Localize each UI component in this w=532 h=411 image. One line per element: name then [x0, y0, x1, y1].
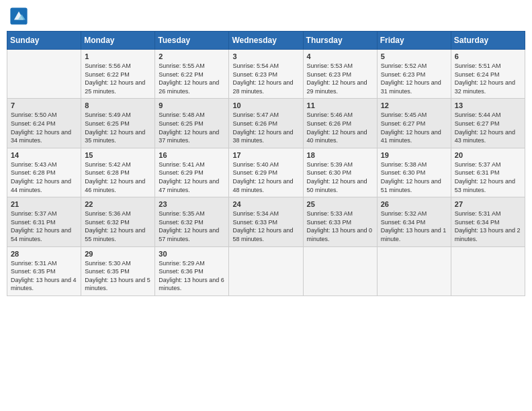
day-number: 28: [11, 250, 77, 258]
weekday-header-tuesday: Tuesday: [155, 32, 229, 50]
day-number: 4: [307, 52, 373, 60]
day-number: 19: [381, 151, 447, 159]
day-info: Sunrise: 5:55 AM Sunset: 6:22 PM Dayligh…: [159, 62, 225, 95]
day-number: 20: [455, 151, 521, 159]
weekday-header-friday: Friday: [377, 32, 451, 50]
weekday-header-sunday: Sunday: [7, 32, 81, 50]
calendar-cell: 17Sunrise: 5:40 AM Sunset: 6:29 PM Dayli…: [229, 148, 303, 197]
calendar-cell: 19Sunrise: 5:38 AM Sunset: 6:30 PM Dayli…: [377, 148, 451, 197]
calendar-week-row: 1Sunrise: 5:56 AM Sunset: 6:22 PM Daylig…: [7, 50, 525, 99]
calendar-cell: 18Sunrise: 5:39 AM Sunset: 6:30 PM Dayli…: [303, 148, 377, 197]
day-number: 13: [455, 101, 521, 109]
day-info: Sunrise: 5:31 AM Sunset: 6:35 PM Dayligh…: [11, 259, 77, 293]
day-number: 24: [232, 200, 299, 208]
calendar-week-row: 14Sunrise: 5:43 AM Sunset: 6:28 PM Dayli…: [7, 148, 525, 197]
day-number: 1: [85, 52, 151, 60]
day-info: Sunrise: 5:40 AM Sunset: 6:29 PM Dayligh…: [232, 161, 299, 194]
day-info: Sunrise: 5:48 AM Sunset: 6:25 PM Dayligh…: [159, 111, 225, 144]
day-info: Sunrise: 5:37 AM Sunset: 6:31 PM Dayligh…: [11, 210, 77, 243]
day-info: Sunrise: 5:35 AM Sunset: 6:32 PM Dayligh…: [159, 210, 225, 243]
day-number: 25: [307, 200, 373, 208]
calendar-cell: 1Sunrise: 5:56 AM Sunset: 6:22 PM Daylig…: [81, 50, 155, 99]
calendar-cell: [7, 50, 81, 99]
day-info: Sunrise: 5:32 AM Sunset: 6:34 PM Dayligh…: [381, 210, 447, 243]
calendar-cell: 6Sunrise: 5:51 AM Sunset: 6:24 PM Daylig…: [451, 50, 525, 99]
weekday-header-monday: Monday: [81, 32, 155, 50]
day-number: 2: [159, 52, 225, 60]
calendar-week-row: 7Sunrise: 5:50 AM Sunset: 6:24 PM Daylig…: [7, 99, 525, 148]
calendar-cell: 20Sunrise: 5:37 AM Sunset: 6:31 PM Dayli…: [451, 148, 525, 197]
day-info: Sunrise: 5:51 AM Sunset: 6:24 PM Dayligh…: [455, 62, 521, 95]
day-number: 3: [232, 52, 299, 60]
page-header: [7, 7, 525, 26]
calendar-cell: 21Sunrise: 5:37 AM Sunset: 6:31 PM Dayli…: [7, 197, 81, 246]
day-number: 17: [232, 151, 299, 159]
calendar-cell: 15Sunrise: 5:42 AM Sunset: 6:28 PM Dayli…: [81, 148, 155, 197]
weekday-header-saturday: Saturday: [451, 32, 525, 50]
day-info: Sunrise: 5:47 AM Sunset: 6:26 PM Dayligh…: [232, 111, 299, 144]
calendar-table: SundayMondayTuesdayWednesdayThursdayFrid…: [7, 31, 525, 296]
calendar-cell: 9Sunrise: 5:48 AM Sunset: 6:25 PM Daylig…: [155, 99, 229, 148]
day-number: 12: [381, 101, 447, 109]
day-info: Sunrise: 5:36 AM Sunset: 6:32 PM Dayligh…: [85, 210, 151, 243]
day-info: Sunrise: 5:33 AM Sunset: 6:33 PM Dayligh…: [307, 210, 373, 243]
calendar-cell: 4Sunrise: 5:53 AM Sunset: 6:23 PM Daylig…: [303, 50, 377, 99]
calendar-cell: [377, 246, 451, 295]
day-number: 23: [159, 200, 225, 208]
calendar-cell: 2Sunrise: 5:55 AM Sunset: 6:22 PM Daylig…: [155, 50, 229, 99]
calendar-cell: 25Sunrise: 5:33 AM Sunset: 6:33 PM Dayli…: [303, 197, 377, 246]
calendar-cell: 14Sunrise: 5:43 AM Sunset: 6:28 PM Dayli…: [7, 148, 81, 197]
day-info: Sunrise: 5:56 AM Sunset: 6:22 PM Dayligh…: [85, 62, 151, 95]
day-number: 26: [381, 200, 447, 208]
calendar-cell: 11Sunrise: 5:46 AM Sunset: 6:26 PM Dayli…: [303, 99, 377, 148]
day-info: Sunrise: 5:41 AM Sunset: 6:29 PM Dayligh…: [159, 161, 225, 194]
calendar-cell: 26Sunrise: 5:32 AM Sunset: 6:34 PM Dayli…: [377, 197, 451, 246]
day-number: 16: [159, 151, 225, 159]
calendar-cell: 24Sunrise: 5:34 AM Sunset: 6:33 PM Dayli…: [229, 197, 303, 246]
day-number: 11: [307, 101, 373, 109]
logo: [9, 7, 30, 26]
day-info: Sunrise: 5:44 AM Sunset: 6:27 PM Dayligh…: [455, 111, 521, 144]
calendar-cell: 3Sunrise: 5:54 AM Sunset: 6:23 PM Daylig…: [229, 50, 303, 99]
day-number: 22: [85, 200, 151, 208]
day-info: Sunrise: 5:31 AM Sunset: 6:34 PM Dayligh…: [455, 210, 521, 243]
day-number: 21: [11, 200, 77, 208]
day-number: 10: [232, 101, 299, 109]
day-info: Sunrise: 5:38 AM Sunset: 6:30 PM Dayligh…: [381, 161, 447, 194]
calendar-cell: 10Sunrise: 5:47 AM Sunset: 6:26 PM Dayli…: [229, 99, 303, 148]
day-number: 29: [85, 250, 151, 258]
day-info: Sunrise: 5:53 AM Sunset: 6:23 PM Dayligh…: [307, 62, 373, 95]
calendar-cell: 23Sunrise: 5:35 AM Sunset: 6:32 PM Dayli…: [155, 197, 229, 246]
calendar-cell: 28Sunrise: 5:31 AM Sunset: 6:35 PM Dayli…: [7, 246, 81, 295]
calendar-cell: 29Sunrise: 5:30 AM Sunset: 6:35 PM Dayli…: [81, 246, 155, 295]
calendar-cell: 30Sunrise: 5:29 AM Sunset: 6:36 PM Dayli…: [155, 246, 229, 295]
day-info: Sunrise: 5:49 AM Sunset: 6:25 PM Dayligh…: [85, 111, 151, 144]
day-number: 9: [159, 101, 225, 109]
weekday-header-row: SundayMondayTuesdayWednesdayThursdayFrid…: [7, 32, 525, 50]
weekday-header-wednesday: Wednesday: [229, 32, 303, 50]
calendar-cell: 12Sunrise: 5:45 AM Sunset: 6:27 PM Dayli…: [377, 99, 451, 148]
calendar-cell: 22Sunrise: 5:36 AM Sunset: 6:32 PM Dayli…: [81, 197, 155, 246]
day-info: Sunrise: 5:52 AM Sunset: 6:23 PM Dayligh…: [381, 62, 447, 95]
day-info: Sunrise: 5:46 AM Sunset: 6:26 PM Dayligh…: [307, 111, 373, 144]
calendar-cell: 7Sunrise: 5:50 AM Sunset: 6:24 PM Daylig…: [7, 99, 81, 148]
weekday-header-thursday: Thursday: [303, 32, 377, 50]
logo-icon: [9, 7, 28, 26]
day-info: Sunrise: 5:34 AM Sunset: 6:33 PM Dayligh…: [232, 210, 299, 243]
calendar-cell: 27Sunrise: 5:31 AM Sunset: 6:34 PM Dayli…: [451, 197, 525, 246]
day-info: Sunrise: 5:37 AM Sunset: 6:31 PM Dayligh…: [455, 161, 521, 194]
day-number: 15: [85, 151, 151, 159]
calendar-cell: [451, 246, 525, 295]
day-number: 14: [11, 151, 77, 159]
day-info: Sunrise: 5:29 AM Sunset: 6:36 PM Dayligh…: [159, 259, 225, 293]
day-number: 5: [381, 52, 447, 60]
calendar-cell: 5Sunrise: 5:52 AM Sunset: 6:23 PM Daylig…: [377, 50, 451, 99]
calendar-cell: [303, 246, 377, 295]
day-info: Sunrise: 5:45 AM Sunset: 6:27 PM Dayligh…: [381, 111, 447, 144]
day-number: 7: [11, 101, 77, 109]
calendar-cell: 8Sunrise: 5:49 AM Sunset: 6:25 PM Daylig…: [81, 99, 155, 148]
calendar-week-row: 28Sunrise: 5:31 AM Sunset: 6:35 PM Dayli…: [7, 246, 525, 295]
day-number: 8: [85, 101, 151, 109]
day-info: Sunrise: 5:39 AM Sunset: 6:30 PM Dayligh…: [307, 161, 373, 194]
calendar-week-row: 21Sunrise: 5:37 AM Sunset: 6:31 PM Dayli…: [7, 197, 525, 246]
